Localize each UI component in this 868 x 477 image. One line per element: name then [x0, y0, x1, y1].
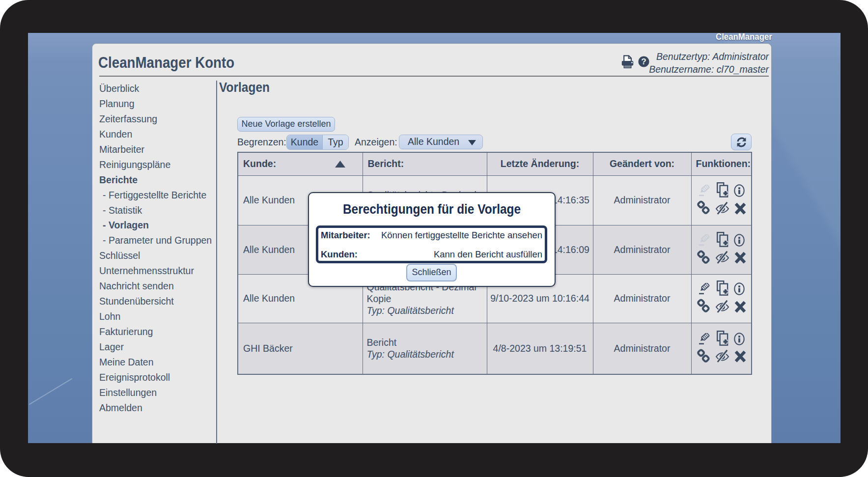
svg-text:?: ?: [641, 57, 646, 66]
